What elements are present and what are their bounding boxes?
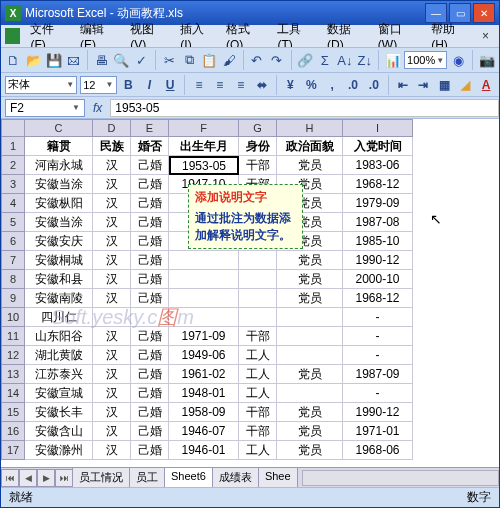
cell[interactable]: 工人 — [239, 384, 277, 403]
help-icon[interactable]: ◉ — [450, 49, 467, 71]
cell[interactable]: 汉 — [93, 156, 131, 175]
align-left-icon[interactable]: ≡ — [190, 75, 208, 95]
cell[interactable]: 1948-01 — [169, 384, 239, 403]
cell[interactable]: 汉 — [93, 403, 131, 422]
print-icon[interactable]: 🖶 — [93, 49, 110, 71]
font-name-combo[interactable]: 宋体▼ — [5, 76, 77, 94]
cell[interactable]: 党员 — [277, 270, 343, 289]
cell[interactable] — [239, 308, 277, 327]
open-icon[interactable]: 📂 — [25, 49, 42, 71]
cell[interactable]: 湖北黄陂 — [25, 346, 93, 365]
cell[interactable] — [277, 346, 343, 365]
cell[interactable]: 1953-05 — [169, 156, 239, 175]
cell[interactable]: 安徽宣城 — [25, 384, 93, 403]
cell[interactable]: 1990-12 — [343, 403, 413, 422]
cell[interactable]: 己婚 — [131, 422, 169, 441]
cell[interactable]: 1968-06 — [343, 441, 413, 460]
chart-icon[interactable]: 📊 — [384, 49, 401, 71]
row-header[interactable]: 16 — [1, 422, 25, 441]
cell[interactable]: 党员 — [277, 289, 343, 308]
cell[interactable]: 安徽安庆 — [25, 232, 93, 251]
cell[interactable] — [169, 251, 239, 270]
bold-button[interactable]: B — [120, 75, 138, 95]
formula-input[interactable]: 1953-05 — [110, 99, 499, 117]
cell[interactable]: 己婚 — [131, 232, 169, 251]
close-button[interactable]: ✕ — [473, 3, 495, 23]
cell[interactable]: 1968-12 — [343, 175, 413, 194]
indent-icon[interactable]: ⇤ — [394, 75, 412, 95]
col-header-H[interactable]: H — [277, 119, 343, 137]
row-header[interactable]: 3 — [1, 175, 25, 194]
cell[interactable]: 己婚 — [131, 194, 169, 213]
cell[interactable]: 1968-12 — [343, 289, 413, 308]
horizontal-scrollbar[interactable] — [302, 470, 499, 486]
col-header-E[interactable]: E — [131, 119, 169, 137]
copy-icon[interactable]: ⧉ — [181, 49, 198, 71]
cell[interactable]: 汉 — [93, 251, 131, 270]
cell[interactable] — [277, 308, 343, 327]
cell[interactable]: 安徽和县 — [25, 270, 93, 289]
header-cell[interactable]: 籍贯 — [25, 137, 93, 156]
preview-icon[interactable]: 🔍 — [113, 49, 130, 71]
cell[interactable]: 工人 — [239, 365, 277, 384]
dec-decimal-icon[interactable]: .0 — [365, 75, 383, 95]
cell[interactable]: 1946-07 — [169, 422, 239, 441]
cell[interactable]: 干部 — [239, 422, 277, 441]
new-icon[interactable]: 🗋 — [5, 49, 22, 71]
tab-nav-first[interactable]: ⏮ — [1, 469, 19, 487]
row-header[interactable]: 2 — [1, 156, 25, 175]
fx-button[interactable]: fx — [85, 101, 110, 115]
cell[interactable]: 己婚 — [131, 251, 169, 270]
cell[interactable]: 党员 — [277, 403, 343, 422]
row-header[interactable]: 9 — [1, 289, 25, 308]
row-header[interactable]: 14 — [1, 384, 25, 403]
cell[interactable]: 1985-10 — [343, 232, 413, 251]
row-header[interactable]: 15 — [1, 403, 25, 422]
cell[interactable]: - — [343, 346, 413, 365]
align-center-icon[interactable]: ≡ — [211, 75, 229, 95]
row-header[interactable]: 4 — [1, 194, 25, 213]
tab-nav-prev[interactable]: ◀ — [19, 469, 37, 487]
cell[interactable]: 己婚 — [131, 441, 169, 460]
cell[interactable]: - — [343, 384, 413, 403]
cell[interactable]: 汉 — [93, 270, 131, 289]
cell[interactable]: 1979-09 — [343, 194, 413, 213]
cell[interactable]: 党员 — [277, 422, 343, 441]
fill-color-icon[interactable]: ◢ — [456, 75, 474, 95]
col-header-C[interactable]: C — [25, 119, 93, 137]
font-color-icon[interactable]: A — [477, 75, 495, 95]
row-header[interactable]: 8 — [1, 270, 25, 289]
spell-icon[interactable]: ✓ — [133, 49, 150, 71]
merge-icon[interactable]: ⬌ — [253, 75, 271, 95]
cell[interactable]: 汉 — [93, 346, 131, 365]
outdent-icon[interactable]: ⇥ — [415, 75, 433, 95]
row-header[interactable]: 10 — [1, 308, 25, 327]
cell[interactable]: - — [343, 308, 413, 327]
cell[interactable]: 1946-01 — [169, 441, 239, 460]
sheet-tab[interactable]: Shee — [258, 467, 298, 488]
col-header-G[interactable]: G — [239, 119, 277, 137]
cell[interactable]: 1971-01 — [343, 422, 413, 441]
row-header[interactable]: 17 — [1, 441, 25, 460]
cell[interactable]: 己婚 — [131, 403, 169, 422]
col-header-I[interactable]: I — [343, 119, 413, 137]
paste-icon[interactable]: 📋 — [201, 49, 218, 71]
cell[interactable] — [239, 270, 277, 289]
cell[interactable]: 工人 — [239, 441, 277, 460]
cell[interactable] — [239, 289, 277, 308]
spreadsheet-grid[interactable]: CDEFGHI 1籍贯民族婚否出生年月身份政治面貌入党时间2河南永城汉己婚195… — [1, 119, 499, 467]
row-header[interactable]: 5 — [1, 213, 25, 232]
header-cell[interactable]: 出生年月 — [169, 137, 239, 156]
select-all-corner[interactable] — [1, 119, 25, 137]
row-header[interactable]: 13 — [1, 365, 25, 384]
row-header-1[interactable]: 1 — [1, 137, 25, 156]
cell[interactable]: 1990-12 — [343, 251, 413, 270]
cell[interactable]: 1949-06 — [169, 346, 239, 365]
align-right-icon[interactable]: ≡ — [232, 75, 250, 95]
camera-icon[interactable]: 📷 — [478, 49, 495, 71]
cut-icon[interactable]: ✂ — [161, 49, 178, 71]
row-header[interactable]: 11 — [1, 327, 25, 346]
close-doc-button[interactable]: × — [476, 29, 495, 43]
permission-icon[interactable]: 🖂 — [65, 49, 82, 71]
col-header-D[interactable]: D — [93, 119, 131, 137]
